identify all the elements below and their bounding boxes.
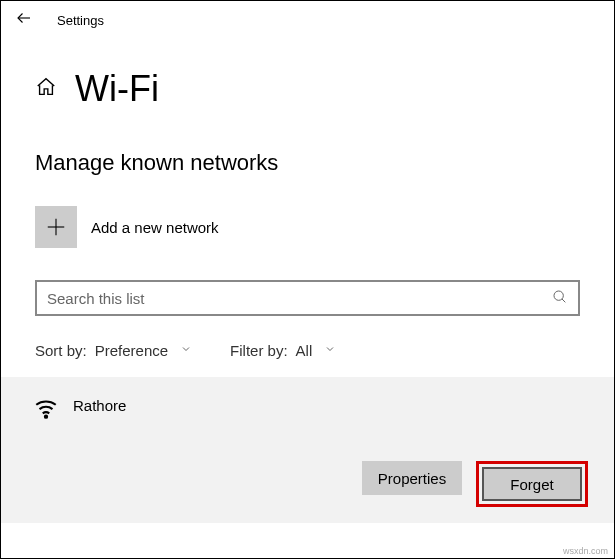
network-row: Rathore [27,395,588,425]
sort-label: Sort by: [35,342,87,359]
section-title: Manage known networks [1,118,614,184]
filter-by-dropdown[interactable]: Filter by: All [230,342,336,359]
watermark: wsxdn.com [563,546,608,556]
filter-label: Filter by: [230,342,288,359]
add-icon[interactable] [35,206,77,248]
header-title: Settings [57,13,104,28]
back-icon[interactable] [15,9,33,32]
svg-point-0 [554,291,563,300]
network-button-row: Properties Forget [27,461,588,507]
forget-highlight: Forget [476,461,588,507]
properties-button[interactable]: Properties [362,461,462,495]
svg-point-1 [45,416,47,418]
network-item[interactable]: Rathore Properties Forget [1,377,614,523]
sort-filter-row: Sort by: Preference Filter by: All [1,316,614,377]
header-bar: Settings [1,1,614,40]
search-icon [552,289,568,308]
page-title: Wi-Fi [75,68,159,110]
wifi-icon [33,395,59,425]
home-icon[interactable] [35,76,57,102]
sort-value: Preference [95,342,168,359]
add-network-label: Add a new network [91,219,219,236]
search-placeholder: Search this list [47,290,145,307]
chevron-down-icon [324,343,336,358]
chevron-down-icon [180,343,192,358]
add-network-row[interactable]: Add a new network [1,184,614,270]
search-input[interactable]: Search this list [35,280,580,316]
network-name: Rathore [73,395,126,414]
filter-value: All [296,342,313,359]
page-title-row: Wi-Fi [1,40,614,118]
forget-button[interactable]: Forget [482,467,582,501]
sort-by-dropdown[interactable]: Sort by: Preference [35,342,192,359]
